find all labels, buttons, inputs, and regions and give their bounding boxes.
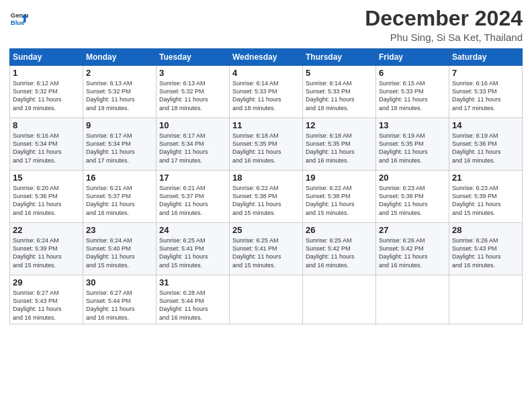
day-number: 10 — [159, 120, 226, 130]
day-number: 21 — [452, 173, 519, 183]
cell-info: Sunrise: 6:17 AM Sunset: 5:34 PM Dayligh… — [86, 132, 153, 165]
day-number: 28 — [452, 225, 519, 235]
cell-info: Sunrise: 6:22 AM Sunset: 5:38 PM Dayligh… — [306, 184, 373, 217]
calendar-cell: 22Sunrise: 6:24 AM Sunset: 5:39 PM Dayli… — [10, 223, 83, 275]
calendar-cell: 2Sunrise: 6:13 AM Sunset: 5:32 PM Daylig… — [83, 66, 157, 118]
day-number: 9 — [86, 120, 153, 130]
logo: General Blue — [9, 9, 28, 28]
weekday-header: Saturday — [449, 49, 523, 66]
cell-info: Sunrise: 6:13 AM Sunset: 5:32 PM Dayligh… — [86, 79, 153, 112]
calendar-cell — [230, 275, 303, 324]
cell-info: Sunrise: 6:16 AM Sunset: 5:34 PM Dayligh… — [13, 132, 80, 165]
cell-info: Sunrise: 6:17 AM Sunset: 5:34 PM Dayligh… — [159, 132, 226, 165]
day-number: 3 — [159, 68, 226, 78]
calendar-cell: 4Sunrise: 6:14 AM Sunset: 5:33 PM Daylig… — [230, 66, 303, 118]
calendar-week-row: 29Sunrise: 6:27 AM Sunset: 5:43 PM Dayli… — [10, 275, 523, 324]
cell-info: Sunrise: 6:25 AM Sunset: 5:41 PM Dayligh… — [159, 236, 226, 269]
day-number: 26 — [306, 225, 373, 235]
weekday-header: Sunday — [10, 49, 83, 66]
day-number: 29 — [13, 277, 80, 287]
calendar-cell: 18Sunrise: 6:22 AM Sunset: 5:38 PM Dayli… — [230, 171, 303, 223]
cell-info: Sunrise: 6:18 AM Sunset: 5:35 PM Dayligh… — [306, 132, 373, 165]
weekday-header: Thursday — [303, 49, 376, 66]
calendar-cell: 8Sunrise: 6:16 AM Sunset: 5:34 PM Daylig… — [10, 118, 83, 171]
location-title: Phu Sing, Si Sa Ket, Thailand — [365, 32, 523, 43]
calendar-cell: 14Sunrise: 6:19 AM Sunset: 5:36 PM Dayli… — [449, 118, 523, 171]
cell-info: Sunrise: 6:28 AM Sunset: 5:44 PM Dayligh… — [159, 289, 226, 322]
calendar-cell: 16Sunrise: 6:21 AM Sunset: 5:37 PM Dayli… — [83, 171, 157, 223]
calendar-cell: 19Sunrise: 6:22 AM Sunset: 5:38 PM Dayli… — [303, 171, 376, 223]
day-number: 17 — [159, 173, 226, 183]
calendar-cell: 9Sunrise: 6:17 AM Sunset: 5:34 PM Daylig… — [83, 118, 157, 171]
cell-info: Sunrise: 6:24 AM Sunset: 5:39 PM Dayligh… — [13, 236, 80, 269]
calendar-cell: 12Sunrise: 6:18 AM Sunset: 5:35 PM Dayli… — [303, 118, 376, 171]
calendar-cell — [449, 275, 523, 324]
calendar-cell: 30Sunrise: 6:27 AM Sunset: 5:44 PM Dayli… — [83, 275, 157, 324]
weekday-header: Wednesday — [230, 49, 303, 66]
cell-info: Sunrise: 6:26 AM Sunset: 5:43 PM Dayligh… — [452, 236, 519, 269]
cell-info: Sunrise: 6:22 AM Sunset: 5:38 PM Dayligh… — [232, 184, 300, 217]
cell-info: Sunrise: 6:21 AM Sunset: 5:37 PM Dayligh… — [86, 184, 153, 217]
day-number: 8 — [13, 120, 80, 130]
day-number: 20 — [379, 173, 446, 183]
calendar-cell: 17Sunrise: 6:21 AM Sunset: 5:37 PM Dayli… — [157, 171, 230, 223]
weekday-header: Tuesday — [157, 49, 230, 66]
cell-info: Sunrise: 6:20 AM Sunset: 5:36 PM Dayligh… — [13, 184, 80, 217]
calendar-cell: 24Sunrise: 6:25 AM Sunset: 5:41 PM Dayli… — [157, 223, 230, 275]
calendar-cell — [303, 275, 376, 324]
day-number: 5 — [306, 68, 373, 78]
weekday-header-row: SundayMondayTuesdayWednesdayThursdayFrid… — [10, 49, 523, 66]
calendar-cell: 29Sunrise: 6:27 AM Sunset: 5:43 PM Dayli… — [10, 275, 83, 324]
calendar-cell: 20Sunrise: 6:23 AM Sunset: 5:38 PM Dayli… — [376, 171, 449, 223]
cell-info: Sunrise: 6:13 AM Sunset: 5:32 PM Dayligh… — [159, 79, 226, 112]
calendar-week-row: 15Sunrise: 6:20 AM Sunset: 5:36 PM Dayli… — [10, 171, 523, 223]
cell-info: Sunrise: 6:26 AM Sunset: 5:42 PM Dayligh… — [379, 236, 446, 269]
cell-info: Sunrise: 6:25 AM Sunset: 5:42 PM Dayligh… — [306, 236, 373, 269]
calendar-cell: 3Sunrise: 6:13 AM Sunset: 5:32 PM Daylig… — [157, 66, 230, 118]
day-number: 16 — [86, 173, 153, 183]
cell-info: Sunrise: 6:24 AM Sunset: 5:40 PM Dayligh… — [86, 236, 153, 269]
day-number: 14 — [452, 120, 519, 130]
weekday-header: Monday — [83, 49, 157, 66]
svg-text:Blue: Blue — [11, 19, 25, 26]
day-number: 27 — [379, 225, 446, 235]
day-number: 7 — [452, 68, 519, 78]
cell-info: Sunrise: 6:23 AM Sunset: 5:38 PM Dayligh… — [379, 184, 446, 217]
cell-info: Sunrise: 6:16 AM Sunset: 5:33 PM Dayligh… — [452, 79, 519, 112]
day-number: 18 — [232, 173, 300, 183]
cell-info: Sunrise: 6:27 AM Sunset: 5:44 PM Dayligh… — [86, 289, 153, 322]
day-number: 2 — [86, 68, 153, 78]
calendar-body: 1Sunrise: 6:12 AM Sunset: 5:32 PM Daylig… — [10, 66, 523, 324]
calendar-cell: 13Sunrise: 6:19 AM Sunset: 5:35 PM Dayli… — [376, 118, 449, 171]
calendar-cell: 21Sunrise: 6:23 AM Sunset: 5:39 PM Dayli… — [449, 171, 523, 223]
cell-info: Sunrise: 6:19 AM Sunset: 5:35 PM Dayligh… — [379, 132, 446, 165]
calendar-cell — [376, 275, 449, 324]
page: General Blue December 2024 Phu Sing, Si … — [0, 0, 532, 411]
day-number: 15 — [13, 173, 80, 183]
day-number: 22 — [13, 225, 80, 235]
cell-info: Sunrise: 6:19 AM Sunset: 5:36 PM Dayligh… — [452, 132, 519, 165]
day-number: 12 — [306, 120, 373, 130]
month-title: December 2024 — [365, 7, 523, 30]
calendar-cell: 26Sunrise: 6:25 AM Sunset: 5:42 PM Dayli… — [303, 223, 376, 275]
day-number: 30 — [86, 277, 153, 287]
calendar-cell: 6Sunrise: 6:15 AM Sunset: 5:33 PM Daylig… — [376, 66, 449, 118]
cell-info: Sunrise: 6:21 AM Sunset: 5:37 PM Dayligh… — [159, 184, 226, 217]
day-number: 11 — [232, 120, 300, 130]
weekday-header: Friday — [376, 49, 449, 66]
calendar-cell: 15Sunrise: 6:20 AM Sunset: 5:36 PM Dayli… — [10, 171, 83, 223]
day-number: 23 — [86, 225, 153, 235]
calendar-cell: 5Sunrise: 6:14 AM Sunset: 5:33 PM Daylig… — [303, 66, 376, 118]
calendar-cell: 7Sunrise: 6:16 AM Sunset: 5:33 PM Daylig… — [449, 66, 523, 118]
calendar-cell: 28Sunrise: 6:26 AM Sunset: 5:43 PM Dayli… — [449, 223, 523, 275]
logo-icon: General Blue — [9, 9, 28, 28]
cell-info: Sunrise: 6:23 AM Sunset: 5:39 PM Dayligh… — [452, 184, 519, 217]
cell-info: Sunrise: 6:27 AM Sunset: 5:43 PM Dayligh… — [13, 289, 80, 322]
calendar-cell: 11Sunrise: 6:18 AM Sunset: 5:35 PM Dayli… — [230, 118, 303, 171]
day-number: 6 — [379, 68, 446, 78]
calendar: SundayMondayTuesdayWednesdayThursdayFrid… — [9, 48, 523, 324]
calendar-cell: 10Sunrise: 6:17 AM Sunset: 5:34 PM Dayli… — [157, 118, 230, 171]
day-number: 25 — [232, 225, 300, 235]
day-number: 1 — [13, 68, 80, 78]
day-number: 4 — [232, 68, 300, 78]
